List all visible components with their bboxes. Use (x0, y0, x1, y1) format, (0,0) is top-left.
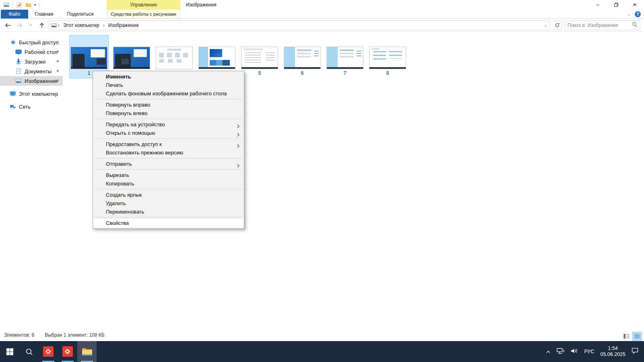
volume-icon[interactable] (570, 348, 578, 356)
download-icon (15, 58, 22, 65)
context-menu-item[interactable]: Копировать (93, 179, 244, 188)
minimize-button[interactable]: – (588, 0, 607, 10)
taskbar-app-red-1-icon[interactable] (39, 341, 58, 362)
address-bar[interactable]: › Этот компьютер › Изображения (49, 21, 550, 30)
menu-item-label: Предоставить доступ к (106, 141, 162, 147)
restore-button[interactable] (607, 0, 625, 10)
sidebar-item-downloads[interactable]: Загрузки (0, 57, 63, 66)
file-item-5[interactable]: 5 (240, 35, 279, 78)
close-button[interactable]: ✕ (625, 0, 644, 10)
tab-file[interactable]: Файл (1, 10, 28, 19)
sidebar-item-label: Загрузки (25, 59, 45, 65)
start-button[interactable] (0, 341, 19, 362)
computer-icon (10, 90, 16, 97)
thumbnail-detail (122, 59, 129, 64)
file-item-7[interactable]: 7 (325, 35, 365, 78)
search-box[interactable] (565, 21, 640, 30)
file-label: 6 (301, 70, 304, 77)
context-menu-item[interactable]: Открыть с помощью (93, 129, 244, 137)
context-menu-item[interactable]: Восстановить прежнюю версию (93, 148, 244, 157)
context-menu-item[interactable]: Повернуть вправо (93, 101, 244, 109)
explorer-window: ▾ Управление Изображения – ✕ Файл Главна… (0, 0, 644, 362)
pictures-icon (15, 78, 22, 84)
breadcrumb-pictures[interactable]: Изображения (105, 23, 141, 28)
context-menu-item[interactable]: Удалить (93, 199, 244, 208)
action-center-icon[interactable] (632, 348, 638, 356)
details-view-icon[interactable] (622, 332, 631, 340)
address-row: › Этот компьютер › Изображения (0, 19, 644, 32)
file-thumbnail (198, 47, 235, 69)
menu-item-label: Изменить (106, 74, 131, 80)
sidebar: Быстрый доступРабочий столЗагрузкиДокуме… (0, 32, 63, 329)
forward-icon[interactable] (15, 21, 24, 30)
clock-time: 1:54 (600, 346, 625, 352)
menu-separator (94, 158, 243, 158)
menu-item-label: Свойства (106, 220, 129, 226)
sidebar-item-pictures[interactable]: Изображения (0, 76, 63, 86)
sidebar-item-this-pc[interactable]: Этот компьютер (0, 89, 63, 99)
breadcrumb-separator: › (57, 23, 60, 28)
refresh-icon[interactable] (553, 21, 562, 30)
context-menu-item[interactable]: Отправить (93, 160, 244, 168)
thumbnail-detail (340, 49, 353, 51)
thumbnail-detail (97, 58, 106, 65)
sidebar-item-quick-access[interactable]: Быстрый доступ (0, 37, 63, 47)
thumbnail-view-icon[interactable] (633, 332, 642, 340)
menu-item-label: Сделать фоновым изображением рабочего ст… (106, 90, 227, 97)
pin-icon (55, 78, 60, 84)
context-menu-item[interactable]: Переименовать (93, 208, 244, 216)
context-menu-item[interactable]: Повернуть влево (93, 109, 244, 117)
taskbar-explorer-icon[interactable] (77, 341, 97, 362)
file-item-6[interactable]: 6 (283, 35, 322, 78)
taskbar-app-red-2-icon[interactable] (58, 341, 77, 362)
menu-item-label: Вырезать (106, 172, 129, 178)
customize-qat-caret-icon[interactable]: ▾ (34, 3, 36, 6)
network-icon[interactable] (557, 348, 564, 356)
expand-ribbon-icon[interactable]: ⌄ (627, 12, 631, 16)
tab-share[interactable]: Поделиться (60, 10, 100, 19)
submenu-arrow-icon (237, 162, 239, 170)
context-menu-item[interactable]: Создать ярлык (93, 191, 244, 199)
search-icon[interactable] (632, 22, 638, 29)
file-item-8[interactable]: 8 (368, 35, 407, 78)
context-menu-item[interactable]: Передать на устройство (93, 120, 244, 129)
menu-separator (94, 217, 243, 218)
tab-picture-tools[interactable]: Средства работы с рисунками (107, 10, 180, 19)
sidebar-item-desktop[interactable]: Рабочий стол (0, 47, 63, 57)
thumbnail-detail (266, 52, 275, 62)
breadcrumb-this-pc[interactable]: Этот компьютер (60, 23, 102, 28)
status-bar: Элементов: 8 Выбран 1 элемент: 108 КБ (0, 329, 644, 341)
language-indicator[interactable]: РУС (584, 349, 594, 354)
context-menu-item[interactable]: Свойства (93, 219, 244, 227)
up-icon[interactable] (37, 21, 46, 30)
context-menu-item[interactable]: Сделать фоновым изображением рабочего ст… (93, 89, 244, 98)
clock[interactable]: 1:54 05.06.2025 (600, 346, 625, 358)
ribbon-right-controls: ⌄ ? (627, 10, 641, 19)
search-input[interactable] (568, 23, 630, 28)
context-menu-item[interactable]: Вырезать (93, 171, 244, 179)
taskbar-search-icon[interactable] (19, 341, 39, 362)
menu-item-label: Переименовать (106, 209, 144, 215)
recent-locations-caret-icon[interactable] (26, 21, 35, 30)
context-menu-item[interactable]: Предоставить доступ к (93, 140, 244, 148)
divider (12, 2, 13, 8)
menu-separator (94, 119, 243, 119)
thumbnail-detail (284, 47, 295, 67)
sidebar-item-network[interactable]: Сеть (0, 102, 63, 111)
new-folder-icon[interactable] (25, 2, 31, 8)
back-icon[interactable] (4, 21, 12, 30)
context-menu-item[interactable]: Печать (93, 81, 244, 89)
menu-item-label: Повернуть вправо (106, 102, 150, 108)
thumbnail-detail (389, 51, 402, 59)
submenu-arrow-icon (237, 131, 239, 139)
properties-check-icon[interactable] (16, 2, 22, 8)
context-menu-item[interactable]: Изменить (93, 72, 244, 81)
thumbnail-detail (357, 51, 362, 58)
sidebar-item-documents[interactable]: Документы (0, 66, 63, 76)
pictures-location-icon (51, 22, 57, 29)
menu-item-label: Повернуть влево (106, 110, 147, 116)
help-icon[interactable]: ? (635, 11, 641, 17)
tab-home[interactable]: Главная (28, 10, 60, 19)
tray-chevron-up-icon[interactable] (546, 348, 551, 355)
address-dropdown-caret-icon[interactable] (544, 23, 547, 28)
